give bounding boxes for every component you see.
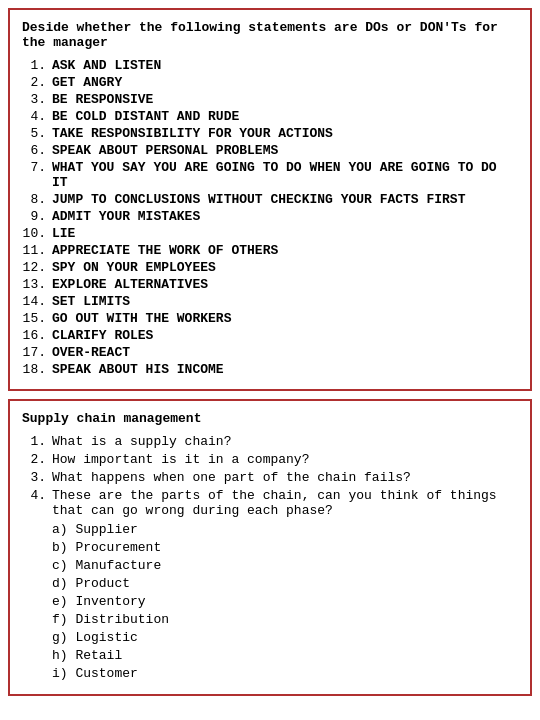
list-item: 7.WHAT YOU SAY YOU ARE GOING TO DO WHEN …	[22, 160, 518, 190]
list-item: 3.BE RESPONSIVE	[22, 92, 518, 107]
item-number: 18.	[22, 362, 52, 377]
item-text: WHAT YOU SAY YOU ARE GOING TO DO WHEN YO…	[52, 160, 518, 190]
item-number: 6.	[22, 143, 52, 158]
list-item: 5.TAKE RESPONSIBILITY FOR YOUR ACTIONS	[22, 126, 518, 141]
item-number: 15.	[22, 311, 52, 326]
item-text: SPEAK ABOUT HIS INCOME	[52, 362, 518, 377]
section2-title: Supply chain management	[22, 411, 518, 426]
item-number: 10.	[22, 226, 52, 241]
question-text: What is a supply chain?	[52, 434, 518, 449]
section2-questions: 1.What is a supply chain?2.How important…	[22, 434, 518, 518]
list-item: 18.SPEAK ABOUT HIS INCOME	[22, 362, 518, 377]
sub-item: f) Distribution	[52, 612, 518, 627]
list-item: 14.SET LIMITS	[22, 294, 518, 309]
item-number: 4.	[22, 109, 52, 124]
question-text: What happens when one part of the chain …	[52, 470, 518, 485]
item-number: 3.	[22, 92, 52, 107]
item-number: 8.	[22, 192, 52, 207]
item-number: 1.	[22, 58, 52, 73]
sub-item: d) Product	[52, 576, 518, 591]
list-item: 17.OVER-REACT	[22, 345, 518, 360]
section1-title: Deside whether the following statements …	[22, 20, 518, 50]
sub-item: c) Manufacture	[52, 558, 518, 573]
item-number: 9.	[22, 209, 52, 224]
sub-item: i) Customer	[52, 666, 518, 681]
item-text: CLARIFY ROLES	[52, 328, 518, 343]
item-number: 13.	[22, 277, 52, 292]
question-item: 2.How important is it in a company?	[22, 452, 518, 467]
item-text: BE COLD DISTANT AND RUDE	[52, 109, 518, 124]
list-item: 9.ADMIT YOUR MISTAKES	[22, 209, 518, 224]
question-text: These are the parts of the chain, can yo…	[52, 488, 518, 518]
item-text: SPY ON YOUR EMPLOYEES	[52, 260, 518, 275]
item-text: SPEAK ABOUT PERSONAL PROBLEMS	[52, 143, 518, 158]
item-number: 11.	[22, 243, 52, 258]
item-number: 5.	[22, 126, 52, 141]
item-text: ASK AND LISTEN	[52, 58, 518, 73]
item-number: 17.	[22, 345, 52, 360]
list-item: 8.JUMP TO CONCLUSIONS WITHOUT CHECKING Y…	[22, 192, 518, 207]
item-text: GO OUT WITH THE WORKERS	[52, 311, 518, 326]
list-item: 6.SPEAK ABOUT PERSONAL PROBLEMS	[22, 143, 518, 158]
question-number: 3.	[22, 470, 52, 485]
item-text: GET ANGRY	[52, 75, 518, 90]
list-item: 4.BE COLD DISTANT AND RUDE	[22, 109, 518, 124]
section1: Deside whether the following statements …	[8, 8, 532, 391]
item-text: BE RESPONSIVE	[52, 92, 518, 107]
question-item: 3.What happens when one part of the chai…	[22, 470, 518, 485]
item-number: 2.	[22, 75, 52, 90]
list-item: 2.GET ANGRY	[22, 75, 518, 90]
item-text: ADMIT YOUR MISTAKES	[52, 209, 518, 224]
list-item: 13.EXPLORE ALTERNATIVES	[22, 277, 518, 292]
section2-subitems: a) Supplierb) Procurementc) Manufactured…	[22, 522, 518, 681]
item-text: JUMP TO CONCLUSIONS WITHOUT CHECKING YOU…	[52, 192, 518, 207]
item-number: 7.	[22, 160, 52, 190]
sub-item: g) Logistic	[52, 630, 518, 645]
item-text: APPRECIATE THE WORK OF OTHERS	[52, 243, 518, 258]
item-text: TAKE RESPONSIBILITY FOR YOUR ACTIONS	[52, 126, 518, 141]
item-number: 12.	[22, 260, 52, 275]
question-text: How important is it in a company?	[52, 452, 518, 467]
item-text: OVER-REACT	[52, 345, 518, 360]
section1-list: 1.ASK AND LISTEN2.GET ANGRY3.BE RESPONSI…	[22, 58, 518, 377]
item-number: 14.	[22, 294, 52, 309]
list-item: 1.ASK AND LISTEN	[22, 58, 518, 73]
item-text: EXPLORE ALTERNATIVES	[52, 277, 518, 292]
sub-item: b) Procurement	[52, 540, 518, 555]
list-item: 16.CLARIFY ROLES	[22, 328, 518, 343]
question-number: 4.	[22, 488, 52, 518]
question-number: 1.	[22, 434, 52, 449]
item-text: SET LIMITS	[52, 294, 518, 309]
list-item: 15.GO OUT WITH THE WORKERS	[22, 311, 518, 326]
sub-item: h) Retail	[52, 648, 518, 663]
section2: Supply chain management 1.What is a supp…	[8, 399, 532, 696]
list-item: 11.APPRECIATE THE WORK OF OTHERS	[22, 243, 518, 258]
item-number: 16.	[22, 328, 52, 343]
sub-item: a) Supplier	[52, 522, 518, 537]
list-item: 12.SPY ON YOUR EMPLOYEES	[22, 260, 518, 275]
question-item: 4.These are the parts of the chain, can …	[22, 488, 518, 518]
question-number: 2.	[22, 452, 52, 467]
question-item: 1.What is a supply chain?	[22, 434, 518, 449]
item-text: LIE	[52, 226, 518, 241]
list-item: 10.LIE	[22, 226, 518, 241]
sub-item: e) Inventory	[52, 594, 518, 609]
